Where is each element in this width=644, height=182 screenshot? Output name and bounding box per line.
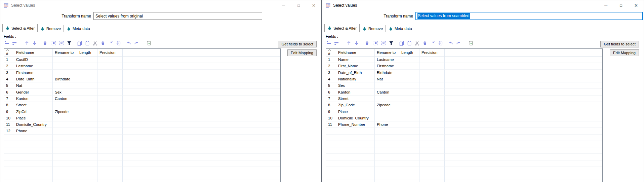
table-cell[interactable]: [4, 180, 14, 182]
table-cell[interactable]: 5: [4, 82, 14, 89]
table-cell[interactable]: [53, 57, 77, 63]
table-cell[interactable]: [326, 135, 336, 141]
redo-icon[interactable]: [456, 40, 461, 46]
table-cell[interactable]: [399, 96, 419, 102]
table-cell[interactable]: [53, 160, 77, 167]
table-cell[interactable]: [399, 147, 419, 154]
table-cell[interactable]: [399, 141, 419, 147]
table-cell[interactable]: [419, 82, 445, 89]
table-cell[interactable]: [399, 115, 419, 121]
table-cell[interactable]: [399, 102, 419, 108]
table-cell[interactable]: 6: [4, 89, 14, 95]
table-cell[interactable]: [419, 108, 445, 115]
table-cell[interactable]: [53, 173, 77, 180]
table-cell[interactable]: [375, 128, 399, 134]
table-cell[interactable]: Nat: [375, 76, 399, 82]
table-cell[interactable]: [77, 160, 97, 167]
table-cell[interactable]: [53, 141, 77, 147]
table-cell[interactable]: [53, 135, 77, 141]
table-cell[interactable]: [53, 147, 77, 154]
column-header[interactable]: Rename to: [53, 49, 77, 57]
paste-icon[interactable]: [407, 40, 412, 46]
table-cell[interactable]: [336, 173, 375, 180]
table-cell[interactable]: [14, 160, 53, 167]
table-cell[interactable]: Firstname: [375, 63, 399, 69]
table-cell[interactable]: [97, 82, 123, 89]
table-cell[interactable]: [4, 167, 14, 173]
table-cell[interactable]: [77, 115, 97, 121]
table-cell[interactable]: [375, 141, 399, 147]
table-cell[interactable]: 2: [326, 63, 336, 69]
table-cell[interactable]: [399, 57, 419, 63]
table-cell[interactable]: Phone_Number: [336, 121, 375, 128]
table-cell[interactable]: [14, 173, 53, 180]
transform-name-input[interactable]: Select values from original: [93, 12, 262, 20]
table-cell[interactable]: [14, 147, 53, 154]
table-cell[interactable]: [4, 147, 14, 154]
table-cell[interactable]: [53, 63, 77, 69]
table-cell[interactable]: 5: [326, 82, 336, 89]
table-cell[interactable]: Canton: [53, 96, 77, 102]
close-button[interactable]: ✕: [306, 0, 321, 10]
table-cell[interactable]: [419, 180, 445, 182]
filter-icon[interactable]: [389, 40, 394, 46]
table-cell[interactable]: [77, 180, 97, 182]
table-cell[interactable]: [336, 135, 375, 141]
table-cell[interactable]: First_Name: [336, 63, 375, 69]
table-cell[interactable]: Sex: [53, 89, 77, 95]
table-cell[interactable]: [53, 102, 77, 108]
table-cell[interactable]: [419, 160, 445, 167]
table-cell[interactable]: [375, 180, 399, 182]
table-cell[interactable]: 10: [326, 115, 336, 121]
insert-row-below-icon[interactable]: [12, 40, 17, 46]
minimize-button[interactable]: ─: [276, 0, 291, 10]
table-cell[interactable]: [326, 128, 336, 134]
table-cell[interactable]: [419, 173, 445, 180]
table-cell[interactable]: [419, 147, 445, 154]
maximize-button[interactable]: □: [291, 0, 306, 10]
filter-icon[interactable]: [67, 40, 72, 46]
table-cell[interactable]: Nationality: [336, 76, 375, 82]
table-cell[interactable]: 7: [4, 96, 14, 102]
duplicate-icon[interactable]: [438, 40, 443, 46]
table-cell[interactable]: [77, 147, 97, 154]
table-cell[interactable]: [326, 180, 336, 182]
cut-icon[interactable]: [414, 40, 420, 46]
table-cell[interactable]: Kanton: [14, 96, 53, 102]
table-cell[interactable]: [399, 108, 419, 115]
table-cell[interactable]: [336, 141, 375, 147]
table-cell[interactable]: [326, 154, 336, 160]
table-cell[interactable]: Domicile_Country: [14, 121, 53, 128]
table-cell[interactable]: [53, 180, 77, 182]
select-all-icon[interactable]: [373, 40, 378, 46]
clear-selection-icon[interactable]: [381, 40, 386, 46]
table-cell[interactable]: [77, 128, 97, 134]
tab-meta-data[interactable]: Meta-data: [386, 25, 415, 32]
table-cell[interactable]: [97, 154, 123, 160]
table-cell[interactable]: [399, 76, 419, 82]
table-cell[interactable]: Street: [336, 96, 375, 102]
copy-icon[interactable]: [77, 40, 82, 46]
table-cell[interactable]: CustID: [14, 57, 53, 63]
copy-icon[interactable]: [399, 40, 404, 46]
shrink-icon[interactable]: [108, 40, 113, 46]
table-cell[interactable]: Place: [14, 115, 53, 121]
table-cell[interactable]: Street: [14, 102, 53, 108]
table-cell[interactable]: [77, 63, 97, 69]
table-cell[interactable]: [419, 96, 445, 102]
table-cell[interactable]: [419, 167, 445, 173]
table-cell[interactable]: [14, 167, 53, 173]
table-cell[interactable]: [77, 167, 97, 173]
tab-remove[interactable]: Remove: [38, 25, 64, 32]
table-cell[interactable]: [336, 167, 375, 173]
table-cell[interactable]: Birthdate: [53, 76, 77, 82]
table-cell[interactable]: Zip_Code: [336, 102, 375, 108]
table-cell[interactable]: [97, 167, 123, 173]
table-cell[interactable]: [97, 128, 123, 134]
table-cell[interactable]: [419, 141, 445, 147]
table-cell[interactable]: [97, 173, 123, 180]
move-up-icon[interactable]: [24, 40, 30, 46]
table-cell[interactable]: [77, 135, 97, 141]
table-cell[interactable]: [53, 121, 77, 128]
table-cell[interactable]: [399, 135, 419, 141]
